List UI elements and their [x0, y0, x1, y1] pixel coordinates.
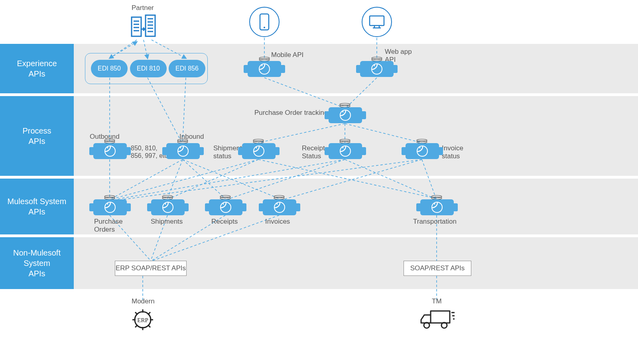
stack-icon	[252, 138, 264, 143]
node-shipment-status	[242, 143, 276, 159]
svg-rect-57	[431, 311, 450, 323]
layer-label-experience: Experience APIs	[0, 44, 74, 93]
layer-label-nonmule: Non-Mulesoft System APIs	[0, 237, 74, 289]
node-shipments	[151, 199, 185, 215]
invoices-label: Invoices	[265, 218, 290, 226]
purchase-orders-label: Purchase Orders	[94, 218, 123, 234]
pill-edi856: EDI 856	[169, 60, 205, 77]
node-invoice-status	[406, 143, 439, 159]
stack-icon	[371, 56, 383, 61]
invoice-status-label: Invoice status	[442, 144, 463, 161]
layer-label-system: Mulesoft System APIs	[0, 179, 74, 234]
tm-label: TM	[432, 297, 442, 305]
partner-icon	[130, 14, 158, 39]
mobile-icon	[249, 7, 280, 37]
stack-icon	[177, 138, 189, 143]
truck-icon	[419, 307, 455, 332]
layer-label-process: Process APIs	[0, 96, 74, 176]
stack-icon	[219, 194, 231, 199]
stack-icon	[339, 102, 351, 107]
node-invoices	[263, 199, 296, 215]
node-outbound	[93, 143, 127, 159]
po-tracking-label: Purchase Order tracking	[254, 109, 328, 117]
svg-text:ERP: ERP	[137, 317, 148, 323]
node-po-tracking	[329, 107, 362, 123]
erp-gear-icon: ERP	[130, 307, 156, 334]
stack-icon	[339, 138, 351, 143]
node-transportation	[420, 199, 454, 215]
svg-rect-38	[132, 17, 141, 36]
mobile-api-label: Mobile API	[271, 51, 303, 59]
transportation-label: Transportation	[413, 218, 457, 226]
receipts-label: Receipts	[211, 218, 238, 226]
pill-edi810: EDI 810	[130, 60, 167, 77]
node-mobile-api	[248, 61, 281, 77]
node-receipt-status	[329, 143, 362, 159]
shipments-label: Shipments	[151, 218, 183, 226]
svg-point-50	[264, 27, 265, 28]
stack-icon	[104, 138, 116, 143]
node-purchase-orders	[93, 199, 127, 215]
web-icon	[362, 7, 392, 37]
modern-label: Modern	[132, 297, 155, 305]
node-web-api	[360, 61, 394, 77]
stack-icon	[431, 194, 443, 199]
partner-label: Partner	[132, 4, 154, 12]
receipt-status-label: Receipt Status	[302, 144, 325, 161]
erp-apis-box: ERP SOAP/REST APIs	[115, 261, 187, 276]
stack-icon	[416, 138, 428, 143]
stack-icon	[258, 56, 270, 61]
stack-icon	[161, 194, 173, 199]
stack-icon	[273, 194, 285, 199]
node-inbound	[166, 143, 200, 159]
soap-rest-box: SOAP/REST APIs	[404, 261, 471, 276]
node-receipts	[209, 199, 242, 215]
pill-edi850: EDI 850	[91, 60, 128, 77]
svg-rect-51	[370, 16, 384, 26]
stack-icon	[104, 194, 116, 199]
